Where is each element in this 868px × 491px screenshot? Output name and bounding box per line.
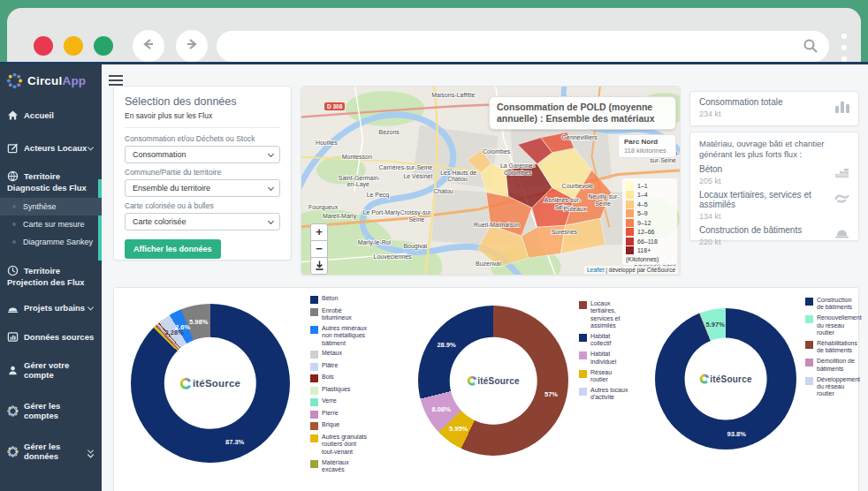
sidebar-item-gerer-votre-compte[interactable]: Gérer votre compte bbox=[0, 354, 102, 386]
minimize-window-button[interactable] bbox=[64, 36, 83, 56]
zoom-in-button[interactable]: + bbox=[310, 223, 328, 241]
legend-item[interactable]: Matériaux excavés bbox=[310, 459, 402, 474]
back-button[interactable] bbox=[133, 30, 164, 62]
map-town-label: Colombes bbox=[483, 148, 511, 155]
forward-button[interactable] bbox=[176, 30, 208, 62]
chart-legend: Construction de bâtimentsRenouvellement … bbox=[805, 297, 860, 401]
legend-range-label: 1–4 bbox=[637, 192, 648, 198]
leaflet-link[interactable]: Leaflet bbox=[587, 267, 605, 273]
legend-item[interactable]: Pierre bbox=[310, 410, 402, 419]
map-style-select[interactable]: Carte colorisée bbox=[125, 213, 280, 230]
top-flux-item: Locaux tertiaires, services et assimilés… bbox=[699, 190, 849, 221]
user-icon bbox=[7, 365, 19, 376]
legend-item[interactable]: Enrobé bitumineux bbox=[310, 307, 402, 322]
sidebar-item-projets-urbains[interactable]: Projets urbains bbox=[0, 296, 102, 320]
legend-item[interactable]: Démolition de bâtiments bbox=[805, 358, 860, 373]
sidebar-item-gerer-les-donnees[interactable]: Gérer les données bbox=[0, 435, 102, 467]
legend-item[interactable]: Habitat collectif bbox=[579, 333, 643, 348]
legend-item[interactable]: Autres granulats routiers dont tout-vena… bbox=[310, 434, 402, 456]
map-legend-row: 66–118 bbox=[626, 237, 674, 246]
legend-item[interactable]: Béton bbox=[310, 295, 402, 304]
download-map-button[interactable] bbox=[310, 257, 328, 275]
url-bar[interactable] bbox=[217, 31, 829, 62]
sidebar-item-accueil[interactable]: Accueil bbox=[0, 103, 102, 127]
legend-item[interactable]: Verre bbox=[310, 397, 402, 406]
territory-select[interactable]: Ensemble du territoire bbox=[125, 179, 280, 197]
sidebar-item-acteurs-locaux[interactable]: Acteurs Locaux bbox=[0, 136, 102, 160]
wall-icon bbox=[834, 166, 849, 182]
legend-swatch bbox=[310, 308, 318, 316]
chart-legend: Locaux tertiaires, services et assimilés… bbox=[579, 300, 643, 404]
legend-item[interactable]: Autres locaux d'activité bbox=[579, 387, 643, 402]
map-town-label: en-Laye bbox=[347, 181, 369, 188]
search-icon[interactable] bbox=[803, 38, 819, 57]
legend-range-label: 118+ bbox=[637, 247, 651, 253]
donut-chart[interactable]: itéSource 87.3%2.28%2.6%5.98% bbox=[131, 304, 290, 463]
legend-item[interactable]: Brique bbox=[310, 421, 402, 430]
legend-label: Autres locaux d'activité bbox=[590, 387, 628, 402]
browser-menu-icon[interactable] bbox=[841, 34, 847, 62]
sidebar-item-donnees-sources[interactable]: Données sources bbox=[0, 325, 102, 349]
sidebar-item-gerer-les-comptes[interactable]: Gérer les comptes bbox=[0, 395, 102, 427]
maximize-window-button[interactable] bbox=[94, 36, 113, 56]
sidebar-item-territoire-projection[interactable]: Territoire Projection des Flux bbox=[0, 260, 102, 292]
sidebar-subitem-diagramme-sankey[interactable]: Diagramme Sankey bbox=[0, 233, 102, 251]
legend-item[interactable]: Renouvellement du réseau routier bbox=[805, 314, 860, 336]
legend-label: Habitat individuel bbox=[590, 351, 616, 366]
legend-item[interactable]: Plastiques bbox=[310, 386, 402, 395]
zoom-out-button[interactable]: − bbox=[310, 241, 328, 259]
map-town-label: Croissy-sur- bbox=[400, 209, 432, 216]
legend-range-label: 12–66 bbox=[637, 229, 654, 235]
map-legend-row: 1–4 bbox=[626, 191, 674, 200]
map-town-label: Mareil-Marly bbox=[323, 213, 357, 220]
legend-range-label: 66–118 bbox=[637, 238, 658, 245]
legend-swatch bbox=[579, 388, 587, 396]
download-icon bbox=[315, 261, 324, 271]
map-town-label: Le Vésinet bbox=[403, 173, 432, 179]
donut-chart[interactable]: itéSource 93.8%5.97% bbox=[655, 308, 796, 449]
legend-label: Plastiques bbox=[322, 386, 350, 393]
legend-item[interactable]: Locaux tertiaires, services et assimilés bbox=[579, 300, 643, 330]
circulapp-logo-icon bbox=[6, 72, 23, 89]
legend-label: Construction de bâtiments bbox=[817, 297, 852, 312]
flux-value: 205 kt bbox=[699, 177, 849, 185]
legend-item[interactable]: Réseau routier bbox=[579, 369, 643, 384]
legend-item[interactable]: Bois bbox=[310, 374, 402, 382]
legend-label: Verre bbox=[322, 397, 337, 404]
legend-label: Développement du réseau routier bbox=[817, 376, 860, 398]
legend-swatch bbox=[310, 422, 318, 430]
map-town-label: Seine bbox=[408, 216, 424, 223]
legend-item[interactable]: Réhabilitations de bâtiments bbox=[805, 340, 860, 355]
circulapp-logo-icon bbox=[7, 446, 19, 457]
sidebar-subitem-synthese[interactable]: Synthèse bbox=[0, 198, 102, 215]
legend-label: Matériaux excavés bbox=[322, 459, 349, 474]
map-legend-row: 12–66 bbox=[626, 228, 674, 238]
sidebar-item-territoire-diagnostic[interactable]: Territoire Diagnostic des Flux bbox=[0, 165, 102, 198]
legend-swatch bbox=[310, 398, 318, 406]
flux-info-link[interactable]: En savoir plus sur les Flux bbox=[125, 111, 280, 120]
chart-materiau: itéSource 87.3%2.28%2.6%5.98% BétonEnrob… bbox=[114, 288, 406, 491]
close-window-button[interactable] bbox=[34, 36, 53, 56]
panel-title: Sélection des données bbox=[125, 95, 280, 108]
legend-item[interactable]: Plâtre bbox=[310, 362, 402, 371]
consumption-select[interactable]: Consommation bbox=[125, 146, 280, 163]
legend-swatch bbox=[805, 359, 813, 366]
slice-label: 8.08% bbox=[432, 405, 451, 413]
legend-item[interactable]: Développement du réseau routier bbox=[805, 376, 860, 398]
map-title-overlay: Consommation de POLD (moyenne annuelle) … bbox=[489, 96, 676, 130]
legend-swatch bbox=[579, 301, 587, 309]
donut-chart[interactable]: itéSource 57%5.95%8.08%28.9% bbox=[418, 306, 568, 456]
sidebar-subitem-carte-sur-mesure[interactable]: Carte sur mesure bbox=[0, 215, 102, 233]
legend-item[interactable]: Métaux bbox=[310, 350, 402, 359]
chart-ouvrage: itéSource 57%5.95%8.08%28.9% Locaux tert… bbox=[406, 288, 644, 491]
charts-panel: itéSource 87.3%2.28%2.6%5.98% BétonEnrob… bbox=[113, 287, 859, 491]
data-selection-panel: Sélection des données En savoir plus sur… bbox=[113, 86, 292, 261]
chevron-down-icon bbox=[268, 218, 274, 224]
show-data-button[interactable]: Afficher les données bbox=[125, 239, 221, 259]
legend-item[interactable]: Autres minéraux non métalliques bâtiment bbox=[310, 325, 402, 347]
legend-item[interactable]: Habitat individuel bbox=[579, 351, 643, 366]
legend-item[interactable]: Construction de bâtiments bbox=[805, 297, 860, 312]
legend-label: Pierre bbox=[322, 410, 339, 417]
app-logo[interactable]: CirculApp bbox=[0, 64, 102, 94]
chevron-down-icon bbox=[88, 144, 94, 150]
